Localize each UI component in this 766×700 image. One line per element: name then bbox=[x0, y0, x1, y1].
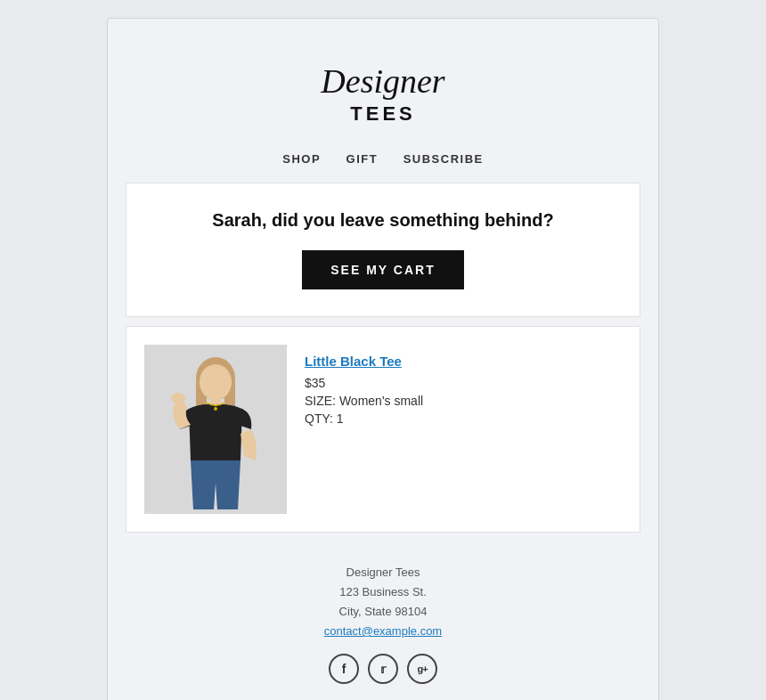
footer-email-link[interactable]: contact@example.com bbox=[324, 624, 442, 638]
brand-script: Designer bbox=[126, 63, 640, 101]
product-price: $35 bbox=[305, 376, 423, 390]
nav-shop[interactable]: SHOP bbox=[282, 152, 321, 166]
footer-company-info: Designer Tees 123 Business St. City, Sta… bbox=[126, 563, 640, 641]
footer-address2: City, State 98104 bbox=[126, 602, 640, 622]
email-footer: Designer Tees 123 Business St. City, Sta… bbox=[126, 541, 640, 693]
twitter-icon[interactable]: 𝕣 bbox=[368, 654, 398, 684]
see-my-cart-button[interactable]: SEE MY CART bbox=[302, 250, 463, 289]
brand-sans: TEES bbox=[126, 102, 640, 126]
product-name-link[interactable]: Little Black Tee bbox=[305, 354, 423, 369]
facebook-icon[interactable]: f bbox=[329, 654, 359, 684]
product-qty: QTY: 1 bbox=[305, 411, 423, 426]
product-details: Little Black Tee $35 SIZE: Women's small… bbox=[305, 345, 423, 435]
social-icons-group: f 𝕣 g+ bbox=[126, 654, 640, 684]
email-container: Designer TEES SHOP GIFT SUBSCRIBE Sarah,… bbox=[107, 18, 659, 700]
footer-company-name: Designer Tees bbox=[126, 563, 640, 582]
hero-headline: Sarah, did you leave something behind? bbox=[144, 210, 622, 231]
product-card: Little Black Tee $35 SIZE: Women's small… bbox=[126, 326, 640, 533]
navigation: SHOP GIFT SUBSCRIBE bbox=[126, 142, 640, 183]
svg-point-6 bbox=[171, 393, 185, 403]
footer-address1: 123 Business St. bbox=[126, 582, 640, 602]
svg-point-4 bbox=[200, 364, 232, 400]
product-size: SIZE: Women's small bbox=[305, 394, 423, 408]
nav-gift[interactable]: GIFT bbox=[346, 152, 379, 166]
nav-subscribe[interactable]: SUBSCRIBE bbox=[403, 152, 484, 166]
hero-card: Sarah, did you leave something behind? S… bbox=[126, 183, 640, 317]
svg-point-7 bbox=[214, 407, 217, 411]
google-plus-icon[interactable]: g+ bbox=[407, 654, 437, 684]
email-body: Designer TEES SHOP GIFT SUBSCRIBE Sarah,… bbox=[126, 45, 640, 693]
product-image bbox=[144, 345, 287, 514]
email-header: Designer TEES bbox=[126, 45, 640, 142]
